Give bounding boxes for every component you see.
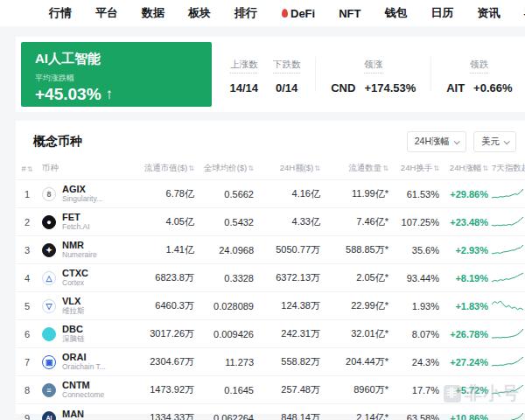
change-24h-cell: +27.24% [443, 348, 492, 376]
table-row[interactable]: 3 ✦ NMR Numeraire 1.41亿 24.0968 5050.77万… [16, 236, 525, 264]
column-header[interactable]: 24H额($)⇅ [257, 159, 324, 180]
turnover-cell: 63.58% [392, 404, 443, 420]
rank-cell: 8 [16, 376, 42, 404]
volume-24h-cell: 4.33亿 [257, 208, 324, 236]
leader-coin[interactable]: CND [331, 81, 355, 94]
supply-cell: 8960万* [324, 376, 392, 404]
market-cap-cell: 6823.8万 [131, 264, 198, 292]
sparkline-7d [492, 292, 525, 320]
rank-cell: 2 [16, 208, 42, 236]
nav-item-NFT[interactable]: NFT [339, 7, 360, 20]
coin-cell[interactable]: ≡ CNTM Connectome [42, 376, 131, 404]
chevron-down-icon [454, 138, 460, 144]
coin-cell[interactable]: ✦ NMR Numeraire [42, 236, 131, 264]
change-24h-cell: +2.93% [443, 236, 492, 264]
coin-name: Cortex [62, 279, 88, 288]
table-row[interactable]: 1 8 AGIX Singularity... 6.78亿 0.5662 4.1… [16, 180, 525, 208]
coin-icon [42, 327, 56, 341]
turnover-cell: 93.44% [392, 264, 443, 292]
turnover-cell: 1.93% [392, 292, 443, 320]
rank-cell: 1 [16, 180, 42, 208]
column-header: 7天指数趋势 [492, 159, 525, 180]
price-cell: 24.0968 [198, 236, 257, 264]
concept-panel[interactable]: AI人工智能 平均涨跌幅 +45.03% ↑ [21, 42, 212, 107]
volume-24h-cell: 5050.77万 [257, 236, 324, 264]
sort-icon: ⇅ [248, 164, 254, 172]
price-cell: 0.028089 [198, 292, 257, 320]
market-cap-cell: 6460.3万 [131, 292, 198, 320]
table-row[interactable]: 9 AI MAN Matrix AI N... 1334.33万 0.06226… [16, 404, 525, 420]
price-cell: 0.1645 [198, 376, 257, 404]
table-row[interactable]: 5 ▽ VLX 维拉斯 6460.3万 0.028089 124.38万 22.… [16, 292, 525, 320]
change-24h-cell: +1.83% [443, 292, 492, 320]
sparkline-7d [492, 264, 525, 292]
stat-laggard-label[interactable]: 领跌 [470, 59, 488, 74]
column-header[interactable]: #⇅ [16, 159, 42, 180]
summary-stats: 上涨数 14/14 下跌数 0/14 领涨 CND +174.53% 领跌 AI… [217, 37, 525, 112]
table-row[interactable]: 6 DBC 深脑链 3017.26万 0.009426 242.31万 32.0… [16, 320, 525, 348]
supply-cell: 204.44万* [324, 348, 392, 376]
column-header[interactable]: 24H换手⇅ [392, 159, 443, 180]
coin-cell[interactable]: AI MAN Matrix AI N... [42, 404, 131, 420]
column-header[interactable]: 24H涨幅⇅ [443, 159, 492, 180]
coin-cell[interactable]: DBC 深脑链 [42, 320, 131, 348]
coin-cell[interactable]: △ CTXC Cortex [42, 264, 131, 292]
coin-cell[interactable]: ▽ VLX 维拉斯 [42, 292, 131, 320]
volume-24h-cell: 558.82万 [257, 348, 324, 376]
change-24h-cell: +29.86% [443, 180, 492, 208]
stat-down-label[interactable]: 下跌数 [273, 59, 301, 74]
table-row[interactable]: 4 △ CTXC Cortex 6823.8万 0.3328 6372.13万 … [16, 264, 525, 292]
coin-cell[interactable]: ▣ ORAI Oraichain T... [42, 348, 131, 376]
change-24h-cell: +26.78% [443, 320, 492, 348]
sort-icon: ⇅ [27, 165, 33, 173]
table-row[interactable]: 2 ● FET Fetch.AI 4.05亿 0.5432 4.33亿 7.46… [16, 208, 525, 236]
nav-item-钱包[interactable]: 钱包 [384, 5, 407, 21]
coin-cell[interactable]: 8 AGIX Singularity... [42, 180, 131, 208]
nav-item-平台[interactable]: 平台 [95, 5, 118, 21]
currency-dropdown[interactable]: 美元 [473, 131, 516, 152]
sort-dropdown[interactable]: 24H涨幅 [407, 131, 466, 152]
sort-icon: ⇅ [482, 164, 488, 172]
nav-item-排行[interactable]: 排行 [234, 5, 257, 21]
market-cap-cell: 6.78亿 [131, 180, 198, 208]
turnover-cell: 24.3% [392, 348, 443, 376]
turnover-cell: 35.6% [392, 236, 443, 264]
rank-cell: 4 [16, 264, 42, 292]
laggard-coin[interactable]: AIT [446, 81, 465, 94]
nav-item-label: 日历 [430, 5, 453, 21]
price-cell: 0.062264 [198, 404, 257, 420]
stat-laggard: 领跌 AIT +0.66% [446, 55, 512, 94]
coins-table: #⇅ 币种 流通市值($)⇅ 全球均价($)⇅ 24H额($)⇅ 流通数量⇅ 2… [16, 159, 525, 420]
sort-icon: ⇅ [382, 164, 388, 172]
column-header[interactable]: 全球均价($)⇅ [198, 159, 257, 180]
volume-24h-cell: 257.48万 [257, 376, 324, 404]
stat-up-count: 上涨数 14/14 [229, 55, 258, 94]
coin-cell[interactable]: ● FET Fetch.AI [42, 208, 131, 236]
coin-name: Oraichain T... [62, 363, 106, 372]
stat-leader-label[interactable]: 领涨 [364, 59, 382, 74]
volume-24h-cell: 6372.13万 [257, 264, 324, 292]
column-header[interactable]: 流通数量⇅ [324, 159, 392, 180]
sort-icon: ⇅ [188, 164, 194, 172]
nav-item-行情[interactable]: 行情 [49, 5, 72, 21]
nav-item-DeFi[interactable]: DeFi [281, 7, 315, 20]
supply-cell: 2.05亿* [324, 264, 392, 292]
nav-item-日历[interactable]: 日历 [430, 5, 453, 21]
nav-item-资讯[interactable]: 资讯 [477, 5, 500, 21]
rank-cell: 5 [16, 292, 42, 320]
price-cell: 0.009426 [198, 320, 257, 348]
stat-up-label[interactable]: 上涨数 [230, 59, 258, 74]
nav-item-板块[interactable]: 板块 [188, 5, 211, 21]
nav-item-数据[interactable]: 数据 [142, 5, 164, 21]
price-cell: 0.5432 [198, 208, 257, 236]
volume-24h-cell: 242.31万 [257, 320, 324, 348]
price-cell: 0.5662 [198, 180, 257, 208]
change-24h-cell: +10.86% [443, 404, 492, 420]
stat-down-count: 下跌数 0/14 [273, 55, 301, 94]
sort-dropdown-label: 24H涨幅 [415, 136, 450, 148]
market-cap-cell: 1473.92万 [131, 376, 198, 404]
table-row[interactable]: 7 ▣ ORAI Oraichain T... 2304.67万 11.273 … [16, 348, 525, 376]
change-24h-cell: +23.48% [443, 208, 492, 236]
table-row[interactable]: 8 ≡ CNTM Connectome 1473.92万 0.1645 257.… [16, 376, 525, 404]
column-header[interactable]: 流通市值($)⇅ [131, 159, 198, 180]
